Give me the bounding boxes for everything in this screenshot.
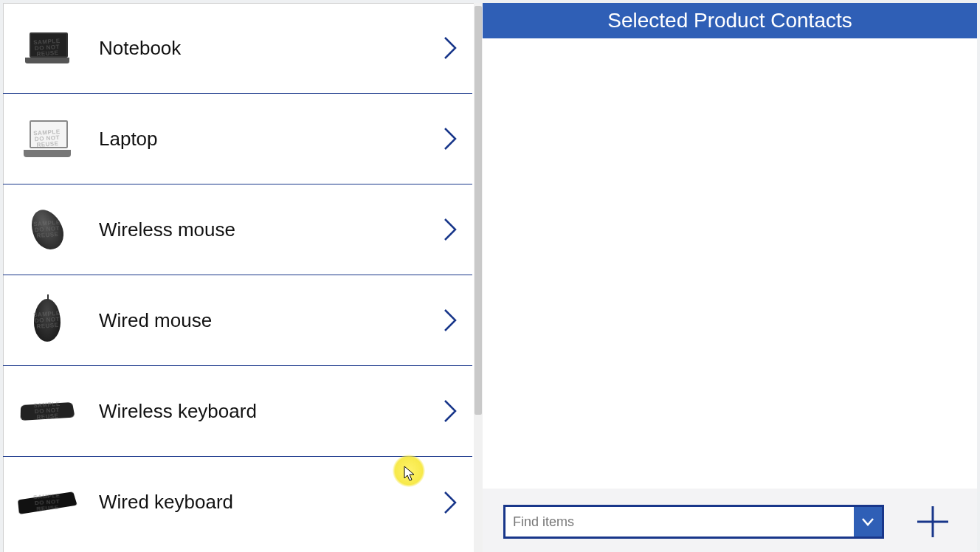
scrollbar-thumb[interactable]: [475, 6, 482, 415]
product-row-notebook[interactable]: SAMPLE DO NOT REUSE Notebook: [3, 3, 472, 94]
product-list-panel: SAMPLE DO NOT REUSE Notebook SAMPLE DO N…: [3, 3, 483, 552]
product-label: Wired mouse: [99, 309, 443, 332]
chevron-right-icon: [443, 126, 458, 151]
chevron-right-icon: [443, 217, 458, 242]
contacts-footer: [483, 489, 977, 552]
product-list: SAMPLE DO NOT REUSE Notebook SAMPLE DO N…: [3, 3, 472, 552]
laptop-icon: SAMPLE DO NOT REUSE: [18, 113, 77, 165]
product-row-wireless-mouse[interactable]: SAMPLE DO NOT REUSE Wireless mouse: [3, 184, 472, 275]
contacts-body: [483, 38, 977, 552]
contacts-header: Selected Product Contacts: [483, 3, 977, 38]
wireless-mouse-icon: SAMPLE DO NOT REUSE: [18, 204, 77, 255]
contacts-header-title: Selected Product Contacts: [607, 9, 852, 32]
wired-keyboard-icon: SAMPLE DO NOT REUSE: [18, 477, 77, 528]
scrollbar-vertical[interactable]: [474, 3, 483, 552]
product-row-wired-mouse[interactable]: SAMPLE DO NOT REUSE Wired mouse: [3, 275, 472, 366]
product-label: Wireless keyboard: [99, 400, 443, 423]
find-items-input[interactable]: [505, 507, 854, 537]
contacts-panel: Selected Product Contacts: [483, 3, 977, 552]
notebook-icon: SAMPLE DO NOT REUSE: [18, 22, 77, 74]
product-row-laptop[interactable]: SAMPLE DO NOT REUSE Laptop: [3, 94, 472, 184]
chevron-right-icon: [443, 399, 458, 424]
chevron-right-icon: [443, 490, 458, 515]
app-root: SAMPLE DO NOT REUSE Notebook SAMPLE DO N…: [0, 0, 980, 552]
wireless-keyboard-icon: SAMPLE DO NOT REUSE: [18, 385, 77, 437]
add-button[interactable]: [914, 503, 952, 541]
product-row-wired-keyboard[interactable]: SAMPLE DO NOT REUSE Wired keyboard: [3, 457, 472, 548]
product-row-wireless-keyboard[interactable]: SAMPLE DO NOT REUSE Wireless keyboard: [3, 366, 472, 457]
find-items-combobox[interactable]: [503, 505, 884, 539]
wired-mouse-icon: SAMPLE DO NOT REUSE: [18, 294, 77, 346]
product-label: Laptop: [99, 128, 443, 151]
dropdown-toggle[interactable]: [854, 507, 882, 537]
product-label: Wireless mouse: [99, 218, 443, 241]
product-label: Notebook: [99, 37, 443, 60]
chevron-right-icon: [443, 35, 458, 61]
product-label: Wired keyboard: [99, 491, 443, 514]
chevron-right-icon: [443, 308, 458, 333]
